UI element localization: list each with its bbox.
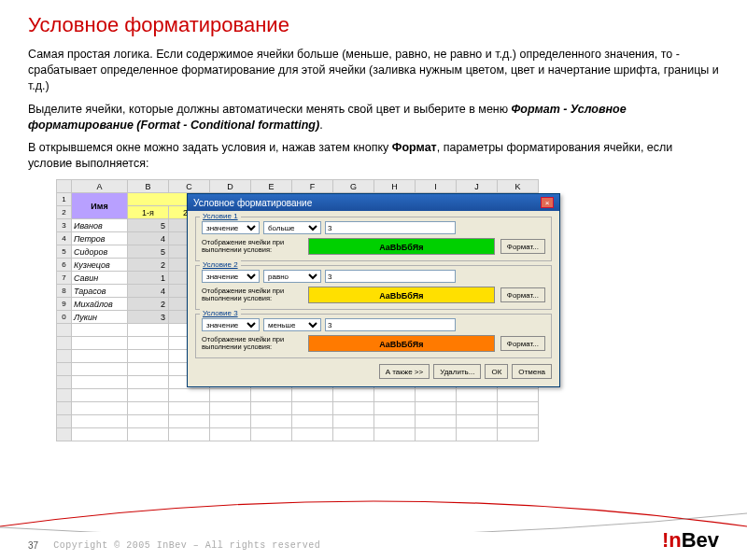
decorative-swoosh: [0, 495, 747, 532]
condition-value-input[interactable]: [325, 318, 456, 331]
format-button[interactable]: Формат...: [500, 336, 545, 351]
page-number: 37: [28, 540, 38, 551]
condition-desc: Отображение ячейки при выполнении услови…: [202, 336, 303, 352]
conditional-format-dialog: Условное форматирование × Условие 1 знач…: [187, 193, 560, 387]
format-preview: АаВbБбЯя: [308, 238, 495, 255]
condition-type-select[interactable]: значение: [202, 221, 260, 234]
condition-label: Условие 3: [200, 309, 241, 317]
dialog-title-text: Условное форматирование: [193, 198, 312, 208]
intro-para-1: Самая простая логика. Если содержимое яч…: [28, 47, 719, 94]
condition-desc: Отображение ячейки при выполнении услови…: [202, 287, 303, 303]
format-preview: АаВbБбЯя: [308, 287, 495, 303]
dialog-titlebar[interactable]: Условное форматирование ×: [188, 194, 559, 211]
intro-para-3: В открывшемся окне можно задать условия …: [28, 140, 719, 172]
condition-3: Условие 3 значение меньше Отображение яч…: [195, 314, 552, 358]
condition-operator-select[interactable]: меньше: [263, 318, 321, 331]
condition-desc: Отображение ячейки при выполнении услови…: [202, 239, 303, 255]
page-title: Условное форматирование: [28, 13, 719, 37]
condition-type-select[interactable]: значение: [202, 270, 260, 283]
cancel-button[interactable]: Отмена: [512, 364, 552, 379]
format-button[interactable]: Формат...: [500, 287, 545, 302]
condition-operator-select[interactable]: больше: [263, 221, 321, 234]
format-preview: АаВbБбЯя: [308, 335, 495, 352]
close-icon[interactable]: ×: [541, 197, 554, 208]
condition-value-input[interactable]: [325, 221, 456, 234]
intro-para-2: Выделите ячейки, которые должны автомати…: [28, 102, 719, 133]
condition-operator-select[interactable]: равно: [263, 270, 321, 283]
condition-value-input[interactable]: [325, 270, 456, 283]
copyright-text: Copyright © 2005 InBev – All rights rese…: [53, 540, 320, 551]
condition-1: Условие 1 значение больше Отображение яч…: [195, 217, 552, 261]
format-button[interactable]: Формат...: [500, 239, 545, 254]
condition-label: Условие 1: [200, 212, 241, 220]
delete-button[interactable]: Удалить...: [433, 364, 481, 379]
condition-type-select[interactable]: значение: [202, 318, 260, 331]
condition-2: Условие 2 значение равно Отображение яче…: [195, 265, 552, 310]
add-condition-button[interactable]: А также >>: [379, 364, 430, 379]
inbev-logo: !nBev: [662, 528, 719, 553]
condition-label: Условие 2: [200, 260, 241, 269]
ok-button[interactable]: ОК: [485, 364, 508, 379]
